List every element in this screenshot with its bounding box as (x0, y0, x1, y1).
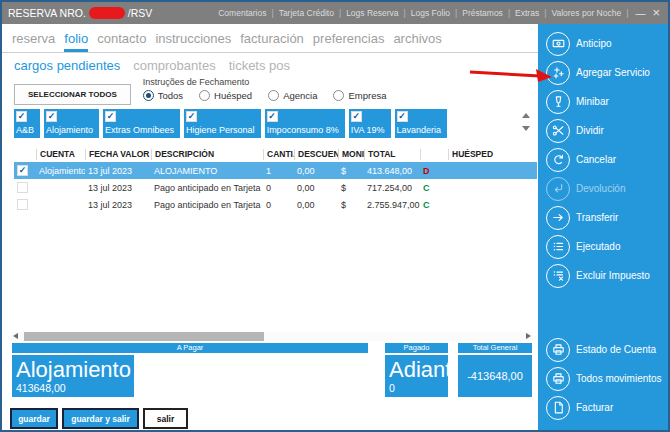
column-header-moni: MONI (338, 149, 364, 160)
minibar-glass-icon (546, 90, 570, 114)
scrollbar-thumb[interactable] (24, 332, 264, 341)
scroll-down-icon[interactable] (522, 126, 530, 131)
pagado-card-title: Adiant (385, 355, 448, 381)
column-header-cuenta: CUENTA (36, 149, 85, 160)
total-general-header: Total General (458, 343, 532, 353)
checkbox-checked-icon[interactable] (351, 111, 362, 122)
filter-chip-alojamiento[interactable]: Alojamiento (44, 109, 99, 138)
checkbox-unchecked-icon[interactable] (17, 199, 28, 210)
checkbox-checked-icon[interactable] (186, 111, 197, 122)
cell-descripcion: Pago anticipado en Tarjeta Mast (151, 200, 263, 210)
sidebar-item-dividir[interactable]: Dividir (546, 116, 666, 145)
tab-archivos[interactable]: archivos (393, 31, 441, 52)
tab-instrucciones[interactable]: instrucciones (155, 31, 231, 52)
filter-chip-lavanderia[interactable]: Lavanderia (395, 109, 448, 138)
sidebar-item-excluir-impuesto[interactable]: Excluir Impuesto (546, 261, 666, 290)
titlebar: RESERVA NRO. /RSV Comentarios|Tarjeta Cr… (2, 2, 668, 24)
tab-reserva[interactable]: reserva (12, 31, 55, 52)
return-arrow-icon (546, 177, 570, 201)
tab-preferencias[interactable]: preferencias (313, 31, 385, 52)
filter-chip-extras-omnibees[interactable]: Extras Omnibees (103, 109, 180, 138)
sidebar-item-anticipo[interactable]: Anticipo (546, 29, 666, 58)
cell-total: 717.254,00 (364, 183, 420, 193)
table-row[interactable]: Alojamiento13 jul 2023ALOJAMIENTO10,00$4… (14, 162, 537, 179)
sidebar-item-agregar-servicio[interactable]: Agregar Servicio (546, 58, 666, 87)
cell-descripcion: Pago anticipado en Tarjeta Mast (151, 183, 263, 193)
scroll-up-icon[interactable] (522, 113, 530, 118)
scissors-icon (546, 119, 570, 143)
cell-moneda: $ (338, 200, 364, 210)
column-header-tipo (420, 149, 448, 160)
checkbox-checked-icon[interactable] (105, 111, 116, 122)
undo-icon (546, 148, 570, 172)
table-row[interactable]: 13 jul 2023Pago anticipado en Tarjeta Ma… (14, 179, 537, 196)
sidebar-item-minibar[interactable]: Minibar (546, 87, 666, 116)
radio-agencia[interactable]: Agencia (268, 90, 317, 101)
subtab-cargos-pendientes[interactable]: cargos pendientes (14, 58, 120, 73)
guardar-y-salir-button[interactable]: guardar y salir (62, 408, 139, 429)
sidebar-item-estado-de-cuenta[interactable]: Estado de Cuenta (546, 335, 666, 364)
radio-circle-icon (268, 90, 279, 101)
titlebar-menu-comentarios[interactable]: Comentarios (218, 8, 266, 18)
tab-folio[interactable]: folio (64, 31, 88, 52)
scroll-left-icon[interactable] (13, 333, 18, 339)
titlebar-menu-extras[interactable]: Extras (515, 8, 539, 18)
titlebar-menu-logs-folio[interactable]: Logs Folio (411, 8, 450, 18)
subtab-comprobantes[interactable]: comprobantes (133, 58, 215, 73)
close-button[interactable]: × (652, 8, 660, 18)
cell-cantidad: 0 (263, 183, 294, 193)
checkbox-checked-icon[interactable] (16, 111, 27, 122)
checkbox-checked-icon[interactable] (267, 111, 278, 122)
filter-chip-impoconsumo-8[interactable]: Impoconsumo 8% (265, 109, 345, 138)
titlebar-menu-logs-reserva[interactable]: Logs Reserva (346, 8, 398, 18)
guardar-button[interactable]: guardar (10, 408, 58, 429)
checkbox-checked-icon[interactable] (17, 165, 28, 176)
filter-controls: SELECCIONAR TODOS Instruções de Fechamen… (2, 74, 538, 105)
titlebar-menu-pr-stamos[interactable]: Préstamos (462, 8, 503, 18)
printer-icon (546, 367, 570, 391)
reservation-window: RESERVA NRO. /RSV Comentarios|Tarjeta Cr… (0, 0, 670, 432)
filter-chip-a-b[interactable]: A&B (14, 109, 40, 138)
table-row[interactable]: 13 jul 2023Pago anticipado en Tarjeta Ma… (14, 196, 537, 213)
a-pagar-card-title: Alojamiento (12, 355, 134, 381)
minimize-button[interactable]: — (635, 8, 645, 19)
checkbox-checked-icon[interactable] (46, 111, 57, 122)
chip-label: Impoconsumo 8% (267, 125, 339, 135)
filter-chip-higiene-personal[interactable]: Higiene Personal (184, 109, 261, 138)
pagado-card: Adiant 0 (385, 355, 448, 397)
tab-bar: reservafoliocontactoinstruccionesfactura… (2, 24, 538, 53)
table-header-row: CUENTAFECHA VALORDESCRIPCIÓNCANTI.DESCUE… (14, 147, 537, 162)
sidebar-item-cancelar[interactable]: Cancelar (546, 145, 666, 174)
radio-todos[interactable]: Todos (143, 90, 183, 101)
cell-moneda: $ (338, 166, 364, 176)
radio-empresa[interactable]: Empresa (333, 90, 386, 101)
sidebar-item-todos-movimientos[interactable]: Todos movimientos (546, 364, 666, 393)
cell-fecha_valor: 13 jul 2023 (85, 183, 151, 193)
tab-facturaci-n[interactable]: facturación (240, 31, 304, 52)
cell-descuento: 0,00 (294, 183, 338, 193)
subtab-tickets-pos[interactable]: tickets pos (229, 58, 290, 73)
tab-contacto[interactable]: contacto (97, 31, 146, 52)
menu-separator: | (455, 8, 457, 18)
checkbox-checked-icon[interactable] (397, 111, 408, 122)
sidebar-item-ejecutado[interactable]: Ejecutado (546, 232, 666, 261)
filter-chip-iva-19[interactable]: IVA 19% (349, 109, 391, 138)
radio-hu-sped[interactable]: Huésped (199, 90, 252, 101)
titlebar-menu-tarjeta-cr-dito[interactable]: Tarjeta Crédito (279, 8, 334, 18)
radio-label: Huésped (214, 90, 252, 101)
pagado-header: Pagado (385, 343, 448, 353)
row-checkbox-cell (14, 182, 36, 193)
list-x-icon (546, 264, 570, 288)
checkbox-unchecked-icon[interactable] (17, 182, 28, 193)
titlebar-menu-valores-por-noche[interactable]: Valores por Noche (551, 8, 621, 18)
select-all-button[interactable]: SELECCIONAR TODOS (14, 84, 131, 105)
salir-button[interactable]: salir (143, 408, 188, 429)
subtab-bar: cargos pendientescomprobantestickets pos (2, 53, 538, 74)
sidebar-item-facturar[interactable]: Facturar (546, 393, 666, 422)
menu-separator: | (404, 8, 406, 18)
scroll-right-icon[interactable] (526, 333, 531, 339)
closing-instructions-radios: TodosHuéspedAgenciaEmpresa (143, 90, 387, 101)
chip-label: Higiene Personal (186, 125, 255, 135)
sidebar-item-label: Cancelar (576, 154, 616, 165)
sidebar-item-transferir[interactable]: Transferir (546, 203, 666, 232)
